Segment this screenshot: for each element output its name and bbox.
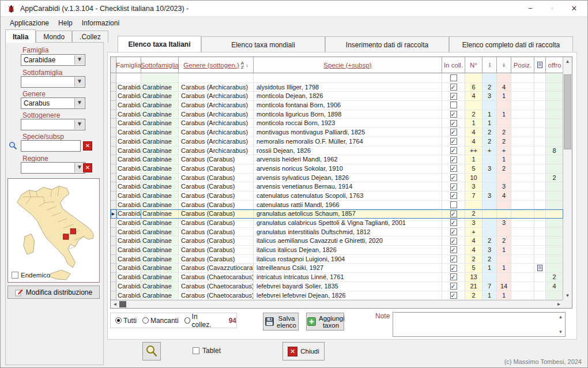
col-header-female[interactable]: ♀ [497, 57, 511, 73]
table-row[interactable]: CarabidaeCarabinaeCarabus (Archicarabus)… [111, 83, 563, 92]
col-header-genere[interactable]: Genere (sottogen.) AZ↓ [179, 57, 254, 73]
row-selector[interactable] [111, 119, 116, 128]
incoll-checkbox[interactable] [450, 238, 457, 245]
row-selector[interactable] [111, 191, 116, 201]
row-selector[interactable] [111, 255, 116, 264]
table-row[interactable]: CarabidaeCarabinaeCarabus (Chaetocarabus… [111, 282, 563, 291]
incoll-checkbox[interactable] [450, 292, 457, 299]
scroll-right-arrow[interactable]: ► [555, 301, 563, 308]
maximize-button[interactable]: ▫ [542, 1, 562, 17]
sidebar-tab-collez[interactable]: .Collez [72, 31, 108, 43]
chevron-down-icon[interactable]: ▼ [74, 77, 84, 87]
row-selector[interactable] [111, 246, 116, 255]
table-row[interactable]: CarabidaeCarabinaeCarabus (Cavazzutiocar… [111, 264, 563, 273]
row-selector[interactable] [111, 147, 116, 156]
row-selector[interactable] [111, 174, 116, 183]
row-selector[interactable] [111, 219, 116, 228]
col-header-posiz[interactable]: Posiz. [511, 57, 534, 73]
table-row[interactable]: CarabidaeCarabinaeCarabus (Archicarabus)… [111, 128, 563, 137]
chevron-down-icon[interactable]: ▼ [74, 55, 84, 65]
row-selector[interactable] [111, 182, 116, 191]
table-row[interactable]: CarabidaeCarabinaeCarabus (Carabus)itali… [111, 236, 563, 246]
table-row[interactable]: CarabidaeCarabinaeCarabus (Carabus)caten… [111, 191, 563, 201]
table-row[interactable]: CarabidaeCarabinaeCarabus (Archicarabus)… [111, 119, 563, 128]
tab-elenco-completo-dati-di-raccolta[interactable]: Elenco completo dati di raccolta [449, 36, 573, 52]
endemico-checkbox[interactable] [12, 272, 18, 279]
close-button[interactable]: ✕ [564, 1, 584, 17]
incoll-checkbox[interactable] [450, 74, 457, 81]
table-row[interactable]: CarabidaeCarabinaeCarabus (Archicarabus)… [111, 92, 563, 101]
incoll-checkbox[interactable] [450, 138, 457, 145]
incoll-checkbox[interactable] [450, 183, 457, 190]
menu-applicazione[interactable]: Applicazione [5, 18, 54, 28]
table-row[interactable]: CarabidaeCarabinaeCarabus (Carabus)itali… [111, 255, 563, 264]
table-row[interactable]: CarabidaeCarabinaeCarabus (Carabus)arven… [111, 174, 563, 183]
chiudi-button[interactable]: ✕ Chiudi [282, 342, 325, 361]
table-row[interactable]: CarabidaeCarabinaeCarabus (Carabus)granu… [111, 219, 563, 228]
table-row[interactable]: CarabidaeCarabinaeCarabus (Carabus)caten… [111, 201, 563, 210]
table-row[interactable]: CarabidaeCarabinaeCarabus (Carabus)arven… [111, 164, 563, 174]
genere-combo[interactable]: Carabus▼ [21, 97, 85, 109]
col-header-offro[interactable]: offro [546, 57, 563, 73]
incoll-checkbox[interactable] [450, 273, 457, 280]
salva-elenco-button[interactable]: Salva elenco [263, 313, 299, 331]
incoll-checkbox[interactable] [450, 201, 457, 208]
vertical-scroll-thumb[interactable] [564, 74, 571, 149]
incoll-checkbox[interactable] [450, 192, 457, 199]
table-row[interactable]: CarabidaeCarabinaeCarabus (Archicarabus)… [111, 137, 563, 147]
zoom-tool-button[interactable] [142, 342, 161, 361]
radio-in-collez[interactable] [184, 317, 190, 324]
row-selector[interactable] [111, 83, 116, 92]
tab-elenco-taxa-mondiali[interactable]: Elenco taxa mondiali [201, 36, 325, 52]
incoll-checkbox[interactable] [450, 246, 457, 253]
incoll-checkbox[interactable] [450, 156, 457, 163]
famiglia-combo[interactable]: Carabidae▼ [21, 54, 85, 66]
table-row[interactable]: CarabidaeCarabinaeCarabus (Carabus)arven… [111, 182, 563, 191]
row-selector[interactable] [111, 291, 116, 301]
incoll-checkbox[interactable] [450, 165, 457, 172]
modifica-distribuzione-button[interactable]: Modifica distribuzione [7, 286, 100, 299]
row-selector[interactable] [111, 282, 116, 291]
sidebar-tab-mondo[interactable]: Mondo [36, 31, 72, 43]
specie-input[interactable] [21, 140, 81, 152]
filter-option-tutti[interactable]: Tutti [115, 317, 137, 325]
row-selector[interactable] [111, 137, 116, 147]
radio-tutti[interactable] [115, 317, 122, 324]
tab-inserimento-dati-di-raccolta[interactable]: Inserimento dati di raccolta [325, 36, 449, 52]
horizontal-scroll-thumb[interactable] [119, 301, 126, 307]
table-row[interactable]: CarabidaeCarabinaeCarabus (Archicarabus)… [111, 147, 563, 156]
incoll-checkbox[interactable] [450, 93, 457, 100]
row-selector[interactable] [111, 164, 116, 174]
scroll-up-arrow[interactable]: ▲ [563, 57, 572, 66]
incoll-checkbox[interactable] [450, 129, 457, 136]
col-header-incoll[interactable]: In coll. [442, 57, 465, 73]
tablet-checkbox[interactable] [193, 347, 199, 354]
table-row[interactable]: ▶CarabidaeCarabinaeCarabus (Carabus)gran… [111, 209, 563, 219]
sidebar-tab-italia[interactable]: Italia [5, 29, 36, 43]
incoll-checkbox[interactable] [450, 219, 457, 226]
incoll-checkbox[interactable] [450, 228, 457, 235]
incoll-checkbox[interactable] [450, 147, 457, 154]
col-header-n[interactable]: N° [465, 57, 483, 73]
table-row[interactable]: CarabidaeCarabinaeCarabus (Carabus)granu… [111, 228, 563, 237]
scroll-left-arrow[interactable]: ◄ [111, 301, 119, 308]
table-row[interactable]: CarabidaeCarabinaeCarabus (Carabus)arven… [111, 155, 563, 164]
row-selector[interactable] [111, 128, 116, 137]
table-row[interactable]: CarabidaeCarabinaeCarabus (Carabus)itali… [111, 246, 563, 255]
incoll-checkbox[interactable] [450, 102, 457, 108]
table-row[interactable] [111, 74, 563, 83]
chevron-down-icon[interactable]: ▼ [74, 99, 84, 108]
filter-option-mancanti[interactable]: Mancanti [142, 317, 179, 325]
sort-az-icon[interactable]: AZ [241, 61, 244, 69]
sottofamiglia-combo[interactable]: ▼ [21, 76, 85, 88]
tab-elenco-taxa-italiani[interactable]: Elenco taxa Italiani [118, 36, 201, 52]
incoll-checkbox[interactable] [450, 120, 457, 127]
col-header-doc[interactable] [534, 57, 546, 73]
row-selector[interactable] [111, 264, 116, 273]
table-row[interactable]: CarabidaeCarabinaeCarabus (Chaetocarabus… [111, 273, 563, 282]
table-row[interactable]: CarabidaeCarabinaeCarabus (Archicarabus)… [111, 110, 563, 119]
clear-specie-button[interactable]: ✕ [83, 141, 92, 151]
row-selector[interactable] [111, 101, 116, 110]
filter-option-in-collez[interactable]: In collez. [184, 313, 216, 329]
minimize-button[interactable]: − [521, 1, 540, 17]
